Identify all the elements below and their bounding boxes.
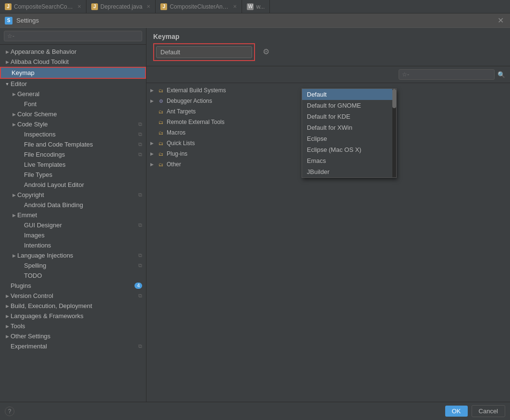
tree-item-label: Other Settings	[11, 333, 142, 340]
tree-item-experimental[interactable]: ▶ Experimental ⧉	[0, 341, 146, 351]
tab-deprecated[interactable]: J Deprecated.java ✕	[86, 0, 156, 13]
dropdown-item-eclipse-mac[interactable]: Eclipse (Mac OS X)	[302, 144, 396, 155]
search-icon[interactable]: 🔍	[498, 71, 505, 78]
dropdown-item-emacs[interactable]: Emacs	[302, 155, 396, 166]
tree-item-font[interactable]: ▶ Font	[0, 99, 146, 109]
copy-icon: ⧉	[138, 192, 142, 198]
help-button[interactable]: ?	[5, 407, 14, 416]
arrow-icon: ▶	[4, 303, 11, 309]
tab-composite-search[interactable]: J CompositeSearchController.java ✕	[0, 0, 86, 13]
tree-item-languages-frameworks[interactable]: ▶ Languages & Frameworks	[0, 311, 146, 321]
dropdown-item-kde[interactable]: Default for KDE	[302, 111, 396, 122]
tree-item-build-exec-deploy[interactable]: ▶ Build, Execution, Deployment	[0, 301, 146, 311]
folder-icon: 🗂	[157, 139, 165, 147]
arrow-icon: ▶	[150, 151, 157, 156]
tree-item-copyright[interactable]: ▶ Copyright ⧉	[0, 190, 146, 200]
tree-item-file-code-templates[interactable]: ▶ File and Code Templates ⧉	[0, 139, 146, 149]
tab-close-icon[interactable]: ✕	[233, 4, 237, 9]
action-item-label: Plug-ins	[167, 150, 187, 157]
keymap-select-container: Default	[156, 46, 252, 58]
arrow-icon: ▶	[11, 121, 17, 128]
tree-item-label: Appearance & Behavior	[11, 48, 142, 55]
tree-item-label: Tools	[11, 322, 142, 330]
close-button[interactable]: ✕	[496, 16, 505, 25]
tree-item-label: Experimental	[11, 343, 136, 350]
dropdown-item-gnome[interactable]: Default for GNOME	[302, 100, 396, 111]
action-item-label: Quick Lists	[167, 140, 195, 147]
gear-button[interactable]: ⚙	[261, 46, 271, 57]
search-box	[0, 28, 146, 45]
tree-item-label: Emmet	[17, 211, 142, 219]
tree-item-emmet[interactable]: ▶ Emmet	[0, 210, 146, 220]
tree-item-inspections[interactable]: ▶ Inspections ⧉	[0, 129, 146, 139]
search-input[interactable]	[4, 31, 142, 41]
copy-icon: ⧉	[138, 252, 142, 259]
tree-item-intentions[interactable]: ▶ Intentions	[0, 240, 146, 250]
scrollbar[interactable]	[392, 89, 396, 177]
tab-w[interactable]: W w...	[242, 0, 270, 13]
tab-composite-cluster[interactable]: J CompositeClusterAnalyseParam.java ✕	[156, 0, 242, 13]
tree-item-version-control[interactable]: ▶ Version Control ⧉	[0, 291, 146, 301]
tree-item-todo[interactable]: ▶ TODO	[0, 271, 146, 281]
tree-item-android-data-binding[interactable]: ▶ Android Data Binding	[0, 200, 146, 210]
tree-item-general[interactable]: ▶ General	[0, 89, 146, 99]
left-panel: ▶ Appearance & Behavior ▶ Alibaba Cloud …	[0, 28, 146, 402]
tree-item-gui-designer[interactable]: ▶ GUI Designer ⧉	[0, 220, 146, 230]
dropdown-item-default[interactable]: Default	[302, 89, 396, 100]
cancel-button[interactable]: Cancel	[472, 405, 505, 417]
tree-item-label: Images	[24, 232, 142, 239]
tree-item-label: Alibaba Cloud Toolkit	[11, 58, 142, 65]
tree-item-tools[interactable]: ▶ Tools	[0, 321, 146, 331]
tab-close-icon[interactable]: ✕	[77, 4, 81, 9]
arrow-icon: ▶	[150, 99, 157, 103]
arrow-icon: ▶	[150, 88, 157, 93]
tree-item-file-encodings[interactable]: ▶ File Encodings ⧉	[0, 149, 146, 160]
tree-item-spelling[interactable]: ▶ Spelling ⧉	[0, 260, 146, 271]
tree-item-label: Keymap	[12, 69, 141, 76]
tree-item-live-templates[interactable]: ▶ Live Templates	[0, 160, 146, 170]
tree-item-label: Color Scheme	[17, 111, 142, 118]
tree-item-keymap[interactable]: ▶ Keymap	[0, 67, 146, 79]
keymap-label: Keymap	[153, 33, 503, 40]
ok-button[interactable]: OK	[445, 406, 468, 417]
tab-label: CompositeClusterAnalyseParam.java	[170, 3, 229, 10]
copy-icon: ⧉	[138, 343, 142, 349]
arrow-icon: ▶	[4, 313, 11, 320]
dropdown-item-eclipse[interactable]: Eclipse	[302, 133, 396, 144]
dropdown-item-xwin[interactable]: Default for XWin	[302, 122, 396, 133]
keymap-select[interactable]: Default	[156, 46, 252, 58]
copy-icon: ⧉	[138, 131, 142, 137]
tree-item-images[interactable]: ▶ Images	[0, 230, 146, 240]
tree-item-file-types[interactable]: ▶ File Types	[0, 170, 146, 180]
action-search-input[interactable]	[399, 69, 495, 80]
arrow-icon: ▼	[4, 81, 11, 87]
tree-item-plugins[interactable]: ▶ Plugins 4	[0, 281, 146, 291]
plugins-badge: 4	[134, 283, 142, 289]
action-item-label: Debugger Actions	[167, 98, 212, 104]
tab-label: CompositeSearchController.java	[14, 3, 73, 10]
tab-close-icon[interactable]: ✕	[146, 4, 150, 9]
tree-item-android-layout-editor[interactable]: ▶ Android Layout Editor	[0, 180, 146, 190]
arrow-icon: ▶	[11, 111, 17, 118]
dialog-content: ▶ Appearance & Behavior ▶ Alibaba Cloud …	[0, 28, 510, 402]
tree-item-alibaba[interactable]: ▶ Alibaba Cloud Toolkit	[0, 57, 146, 67]
keymap-dropdown-popup: Default Default for GNOME Default for KD…	[302, 88, 397, 178]
settings-icon: S	[5, 17, 12, 25]
tree-item-label: Inspections	[24, 131, 136, 138]
tree-item-other-settings[interactable]: ▶ Other Settings	[0, 331, 146, 341]
keymap-dropdown-wrapper: Default	[153, 43, 255, 61]
action-search-bar: 🔍	[146, 66, 510, 83]
dropdown-item-jbuilder[interactable]: JBuilder	[302, 166, 396, 177]
tree-item-label: Language Injections	[17, 252, 136, 259]
tree-item-language-injections[interactable]: ▶ Language Injections ⧉	[0, 250, 146, 260]
bottom-bar: ? OK Cancel	[0, 402, 510, 420]
tree-item-appearance[interactable]: ▶ Appearance & Behavior	[0, 47, 146, 57]
tree-item-editor[interactable]: ▼ Editor	[0, 79, 146, 89]
folder-icon: 🗂	[157, 150, 165, 158]
tree-item-color-scheme[interactable]: ▶ Color Scheme	[0, 109, 146, 119]
folder-icon: 🗂	[157, 86, 165, 94]
copy-icon: ⧉	[138, 222, 142, 228]
folder-icon: 🗂	[157, 129, 165, 136]
action-item-label: Ant Targets	[167, 108, 195, 115]
tree-item-code-style[interactable]: ▶ Code Style ⧉	[0, 119, 146, 129]
